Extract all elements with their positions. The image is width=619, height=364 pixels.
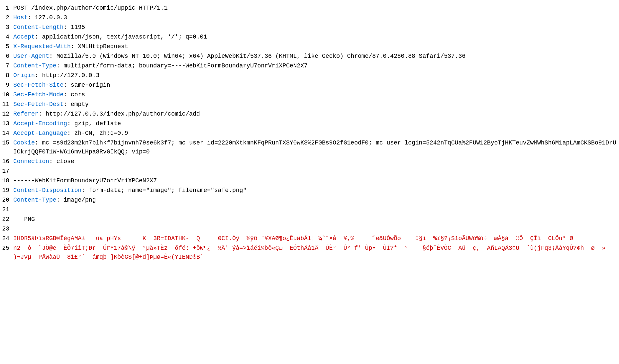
code-line: 1POST /index.php/author/comic/uppic HTTP… bbox=[0, 3, 619, 13]
code-line: 17 bbox=[0, 166, 619, 176]
line-content: Content-Length: 1195 bbox=[13, 23, 619, 32]
header-key: Host bbox=[13, 14, 28, 21]
header-value: : multipart/form-data; boundary=----WebK… bbox=[56, 62, 308, 69]
line-number: 2 bbox=[0, 13, 13, 22]
header-value: : 1195 bbox=[63, 24, 85, 31]
header-key: Accept bbox=[13, 34, 35, 40]
line-content: Content-Type: multipart/form-data; bound… bbox=[13, 61, 619, 70]
code-line: 21 bbox=[0, 205, 619, 215]
line-number: 21 bbox=[0, 205, 13, 214]
line-content: Sec-Fetch-Site: same-origin bbox=[13, 81, 619, 90]
line-content: IHDR5âÞîsRGB®ÎégAMA± üa pHYs K 3R=IDATHK… bbox=[13, 234, 619, 243]
binary-content: n2 ô ˜JÒ@e ÈÕ7îîT;Ðr ÚrY17à©\ý °µà»TÈz õ… bbox=[13, 245, 619, 260]
line-content: Sec-Fetch-Mode: cors bbox=[13, 90, 619, 99]
header-key: Content-Type bbox=[13, 62, 56, 69]
line-number: 16 bbox=[0, 157, 13, 166]
code-line: 2Host: 127.0.0.3 bbox=[0, 13, 619, 23]
header-value: : Mozilla/5.0 (Windows NT 10.0; Win64; x… bbox=[49, 53, 465, 59]
line-content: Cookie: mc_=s9d23m2kn7blhkf7b1jnvnh79se6… bbox=[13, 138, 619, 156]
header-key: Accept-Encoding bbox=[13, 120, 67, 127]
binary-content: IHDR5âÞîsRGB®ÎégAMA± üa pHYs K 3R=IDATHK… bbox=[13, 235, 573, 242]
line-content: Content-Type: image/png bbox=[13, 196, 619, 205]
line-content: Content-Disposition: form-data; name="im… bbox=[13, 186, 619, 195]
header-key: Sec-Fetch-Dest bbox=[13, 101, 63, 108]
line-content: Accept: application/json, text/javascrip… bbox=[13, 33, 619, 42]
line-number: 10 bbox=[0, 90, 13, 99]
header-value: : gzip, deflate bbox=[67, 120, 121, 127]
line-number: 22 bbox=[0, 215, 13, 224]
header-value: : empty bbox=[63, 101, 89, 108]
line-number: 24 bbox=[0, 234, 13, 243]
line-number: 14 bbox=[0, 129, 13, 138]
line-content: Origin: http://127.0.0.3 bbox=[13, 71, 619, 80]
line-number: 7 bbox=[0, 61, 13, 70]
line-number: 3 bbox=[0, 23, 13, 32]
header-key: Content-Disposition bbox=[13, 187, 81, 194]
code-line: 11Sec-Fetch-Dest: empty bbox=[0, 100, 619, 109]
code-line: 5X-Requested-With: XMLHttpRequest bbox=[0, 42, 619, 51]
line-number: 12 bbox=[0, 110, 13, 119]
header-key: Accept-Language bbox=[13, 130, 67, 136]
line-content: n2 ô ˜JÒ@e ÈÕ7îîT;Ðr ÚrY17à©\ý °µà»TÈz õ… bbox=[13, 244, 619, 262]
header-key: Referer bbox=[13, 111, 39, 117]
code-line: 16Connection: close bbox=[0, 157, 619, 166]
code-line: 10Sec-Fetch-Mode: cors bbox=[0, 90, 619, 100]
code-line: 9Sec-Fetch-Site: same-origin bbox=[0, 80, 619, 90]
code-line: 6User-Agent: Mozilla/5.0 (Windows NT 10.… bbox=[0, 51, 619, 61]
line-number: 25 bbox=[0, 244, 13, 253]
code-line: 20Content-Type: image/png bbox=[0, 195, 619, 205]
header-value: : XMLHttpRequest bbox=[71, 43, 128, 50]
line-number: 8 bbox=[0, 71, 13, 80]
code-line: 19Content-Disposition: form-data; name="… bbox=[0, 186, 619, 195]
header-key: Sec-Fetch-Site bbox=[13, 82, 63, 88]
line-number: 18 bbox=[0, 176, 13, 185]
line-content: Sec-Fetch-Dest: empty bbox=[13, 100, 619, 109]
line-number: 5 bbox=[0, 42, 13, 51]
line-number: 4 bbox=[0, 33, 13, 42]
header-key: Cookie bbox=[13, 139, 35, 146]
header-value: : cors bbox=[63, 91, 85, 98]
header-key: Connection bbox=[13, 158, 49, 165]
header-value: : zh-CN, zh;q=0.9 bbox=[67, 130, 128, 136]
code-line: 25n2 ô ˜JÒ@e ÈÕ7îîT;Ðr ÚrY17à©\ý °µà»TÈz… bbox=[0, 243, 619, 262]
header-value: PNG bbox=[13, 216, 35, 223]
header-value: : image/png bbox=[56, 197, 96, 203]
header-value: POST /index.php/author/comic/uppic HTTP/… bbox=[13, 5, 167, 11]
line-number: 6 bbox=[0, 52, 13, 61]
http-request-viewer: 1POST /index.php/author/comic/uppic HTTP… bbox=[0, 0, 619, 265]
header-value: : http://127.0.0.3 bbox=[35, 72, 99, 79]
line-number: 23 bbox=[0, 225, 13, 233]
line-content: User-Agent: Mozilla/5.0 (Windows NT 10.0… bbox=[13, 52, 619, 61]
code-line: 18------WebKitFormBoundaryU7onrVriXPCeN2… bbox=[0, 176, 619, 186]
line-number: 13 bbox=[0, 119, 13, 128]
code-line: 13Accept-Encoding: gzip, deflate bbox=[0, 119, 619, 129]
header-value: : application/json, text/javascript, */*… bbox=[35, 34, 207, 40]
line-content: Host: 127.0.0.3 bbox=[13, 13, 619, 22]
header-key: Content-Length bbox=[13, 24, 63, 31]
header-value: : form-data; name="image"; filename="saf… bbox=[81, 187, 247, 194]
code-line: 7Content-Type: multipart/form-data; boun… bbox=[0, 61, 619, 71]
line-number: 20 bbox=[0, 196, 13, 205]
header-key: User-Agent bbox=[13, 53, 49, 59]
line-number: 1 bbox=[0, 4, 13, 13]
code-line: 22 PNG bbox=[0, 215, 619, 224]
header-value: : http://127.0.0.3/index.php/author/comi… bbox=[39, 111, 200, 117]
header-value: : mc_=s9d23m2kn7blhkf7b1jnvnh79se6k3f7; … bbox=[13, 139, 616, 155]
header-key: Sec-Fetch-Mode bbox=[13, 91, 63, 98]
header-value: : 127.0.0.3 bbox=[28, 14, 67, 21]
line-number: 9 bbox=[0, 81, 13, 90]
header-value: : same-origin bbox=[63, 82, 110, 88]
header-key: Origin bbox=[13, 72, 35, 79]
line-content: X-Requested-With: XMLHttpRequest bbox=[13, 42, 619, 51]
code-line: 15Cookie: mc_=s9d23m2kn7blhkf7b1jnvnh79s… bbox=[0, 138, 619, 157]
code-line: 12Referer: http://127.0.0.3/index.php/au… bbox=[0, 109, 619, 119]
header-value: : close bbox=[49, 158, 74, 165]
line-content: Accept-Encoding: gzip, deflate bbox=[13, 119, 619, 128]
line-number: 15 bbox=[0, 138, 13, 147]
line-content: POST /index.php/author/comic/uppic HTTP/… bbox=[13, 4, 619, 13]
line-number: 11 bbox=[0, 100, 13, 109]
line-content: ------WebKitFormBoundaryU7onrVriXPCeN2X7 bbox=[13, 176, 619, 185]
code-line: 24IHDR5âÞîsRGB®ÎégAMA± üa pHYs K 3R=IDAT… bbox=[0, 234, 619, 243]
line-content: Referer: http://127.0.0.3/index.php/auth… bbox=[13, 110, 619, 119]
header-key: X-Requested-With bbox=[13, 43, 71, 50]
